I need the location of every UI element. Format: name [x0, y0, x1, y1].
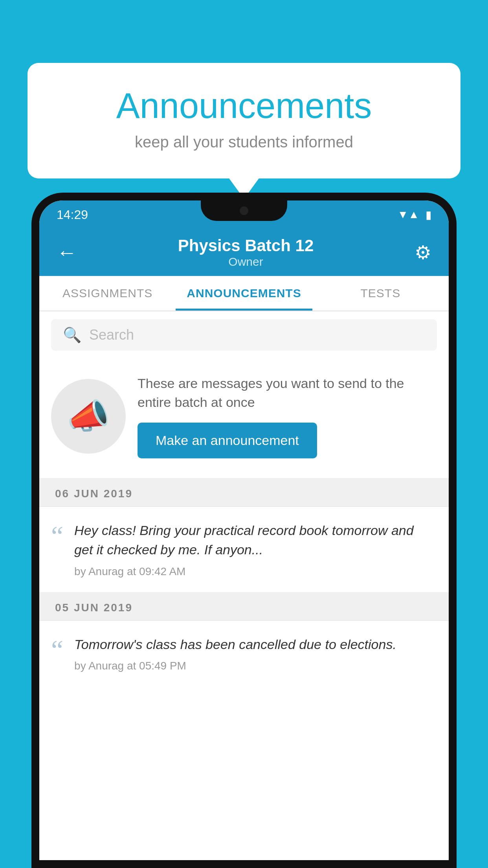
quote-mark-2: “ [51, 636, 63, 664]
notch-camera [240, 206, 248, 215]
back-button[interactable]: ← [57, 241, 77, 264]
app-bar: ← Physics Batch 12 Owner ⚙ [39, 229, 449, 276]
phone-notch [201, 200, 287, 221]
tab-tests[interactable]: TESTS [312, 276, 449, 311]
phone-inner: 14:29 ▼▲ ▮ ← Physics Batch 12 Owner ⚙ AS… [39, 200, 449, 860]
app-bar-title-sub: Owner [178, 255, 314, 268]
settings-icon[interactable]: ⚙ [415, 241, 431, 263]
phone-frame: 14:29 ▼▲ ▮ ← Physics Batch 12 Owner ⚙ AS… [31, 193, 457, 868]
app-bar-title-main: Physics Batch 12 [178, 236, 314, 255]
app-bar-title-block: Physics Batch 12 Owner [178, 236, 314, 268]
announcement-message-2: Tomorrow's class has been cancelled due … [74, 635, 435, 654]
search-icon: 🔍 [63, 326, 81, 344]
tab-bar: ASSIGNMENTS ANNOUNCEMENTS TESTS [39, 276, 449, 311]
bubble-title: Announcements [59, 86, 429, 125]
bubble-subtitle: keep all your students informed [59, 133, 429, 151]
quote-mark-1: “ [51, 522, 63, 550]
tab-assignments[interactable]: ASSIGNMENTS [39, 276, 176, 311]
speech-bubble-container: Announcements keep all your students inf… [28, 63, 460, 178]
status-time: 14:29 [57, 208, 88, 222]
search-bar[interactable]: 🔍 Search [51, 319, 437, 351]
wifi-icon: ▼▲ [398, 208, 419, 221]
status-icons: ▼▲ ▮ [398, 208, 431, 221]
announcement-item-1[interactable]: “ Hey class! Bring your practical record… [39, 507, 449, 595]
tab-announcements[interactable]: ANNOUNCEMENTS [176, 276, 312, 311]
megaphone-icon: 📣 [67, 396, 110, 437]
announcement-author-2: by Anurag at 05:49 PM [74, 660, 435, 672]
announcement-text-block-2: Tomorrow's class has been cancelled due … [74, 635, 435, 672]
announcement-text-block-1: Hey class! Bring your practical record b… [74, 521, 435, 578]
announcement-intro-right: These are messages you want to send to t… [138, 374, 437, 458]
announcement-description: These are messages you want to send to t… [138, 374, 437, 412]
announcement-author-1: by Anurag at 09:42 AM [74, 565, 435, 578]
announcement-intro: 📣 These are messages you want to send to… [39, 359, 449, 481]
search-placeholder: Search [89, 327, 134, 343]
announcement-message-1: Hey class! Bring your practical record b… [74, 521, 435, 560]
search-bar-container: 🔍 Search [39, 311, 449, 359]
make-announcement-button[interactable]: Make an announcement [138, 423, 317, 458]
date-separator-1: 06 JUN 2019 [39, 481, 449, 507]
date-separator-2: 05 JUN 2019 [39, 595, 449, 621]
announcement-item-2[interactable]: “ Tomorrow's class has been cancelled du… [39, 621, 449, 686]
megaphone-circle: 📣 [51, 379, 126, 454]
battery-icon: ▮ [426, 208, 431, 221]
speech-bubble: Announcements keep all your students inf… [28, 63, 460, 178]
